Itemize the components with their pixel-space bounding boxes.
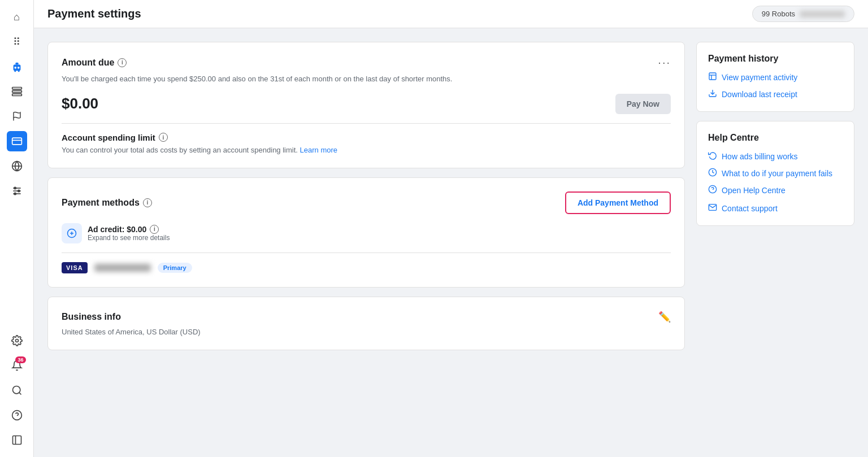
bell-icon[interactable]: 36 (7, 355, 27, 376)
svg-rect-4 (14, 70, 16, 72)
page-title: Payment settings (47, 7, 141, 20)
flag-icon[interactable] (7, 106, 27, 127)
payment-methods-header: Payment methods i Add Payment Method (62, 191, 671, 214)
account-name: 99 Robots (762, 10, 795, 18)
business-info-header: Business info ✏️ (62, 311, 671, 323)
svg-rect-10 (12, 138, 21, 145)
svg-rect-25 (12, 436, 21, 445)
contact-support-icon (708, 203, 717, 214)
svg-point-21 (12, 386, 20, 394)
ad-credit-name: Ad credit: $0.00 i (88, 225, 170, 234)
payment-fail-icon (708, 168, 717, 179)
open-help-icon (708, 185, 717, 196)
billing-icon (708, 151, 717, 162)
business-info-card: Business info ✏️ United States of Americ… (47, 297, 685, 350)
visa-row: VISA Primary (62, 262, 671, 273)
help-circle-icon[interactable] (7, 405, 27, 425)
download-receipt-link[interactable]: Download last receipt (708, 89, 843, 100)
open-help-centre-link[interactable]: Open Help Centre (708, 185, 843, 196)
sidebar: ⌂ ⠿ 36 (0, 0, 34, 457)
svg-point-2 (14, 67, 16, 69)
top-bar: Payment settings 99 Robots (34, 0, 868, 28)
svg-line-22 (19, 393, 21, 395)
home-icon[interactable]: ⌂ (7, 7, 27, 27)
ad-credit-expand-text: Expand to see more details (88, 234, 170, 242)
ad-credit-icon (62, 223, 82, 243)
amount-due-description: You'll be charged each time you spend $2… (62, 73, 671, 85)
visa-badge: VISA (62, 262, 88, 273)
payment-methods-title: Payment methods i (62, 198, 152, 208)
svg-rect-30 (709, 73, 716, 80)
primary-badge: Primary (158, 263, 192, 273)
help-centre-card: Help Centre How ads billing works What t… (696, 121, 854, 226)
globe-icon[interactable] (7, 156, 27, 176)
search-icon[interactable] (7, 380, 27, 401)
account-selector[interactable]: 99 Robots (752, 6, 854, 22)
payment-nav-icon[interactable] (7, 131, 27, 151)
sidebar-toggle-icon[interactable] (7, 430, 27, 450)
svg-point-17 (14, 187, 16, 189)
ad-credit-info-icon[interactable]: i (150, 225, 159, 234)
right-column: Payment history View payment activity Do… (696, 42, 854, 443)
download-receipt-icon (708, 89, 717, 100)
main-wrapper: Payment settings 99 Robots Amount due i … (34, 0, 868, 457)
payment-fails-link[interactable]: What to do if your payment fails (708, 168, 843, 179)
view-payment-activity-link[interactable]: View payment activity (708, 72, 843, 83)
contact-support-link[interactable]: Contact support (708, 203, 843, 214)
view-activity-icon (708, 72, 717, 83)
svg-point-18 (18, 190, 19, 191)
layers-icon[interactable] (7, 81, 27, 102)
learn-more-link[interactable]: Learn more (300, 146, 337, 154)
business-info-title: Business info (62, 312, 121, 322)
payment-methods-info-icon[interactable]: i (143, 198, 152, 207)
svg-rect-7 (12, 90, 21, 92)
ad-credit-row: Ad credit: $0.00 i Expand to see more de… (62, 223, 671, 253)
robot-icon[interactable] (7, 56, 27, 77)
ad-credit-info: Ad credit: $0.00 i Expand to see more de… (88, 225, 170, 242)
spending-limit-title: Account spending limit i (62, 133, 671, 142)
grid-icon[interactable]: ⠿ (7, 32, 27, 52)
spending-limit-description: You can control your total ads costs by … (62, 146, 671, 154)
content-area: Amount due i ··· You'll be charged each … (34, 28, 868, 457)
notification-badge: 36 (15, 356, 25, 363)
spending-info-icon[interactable]: i (159, 133, 168, 142)
add-payment-method-button[interactable]: Add Payment Method (565, 191, 671, 214)
svg-point-19 (14, 193, 16, 194)
spending-limit-section: Account spending limit i You can control… (62, 133, 671, 154)
pay-now-button[interactable]: Pay Now (615, 94, 671, 114)
amount-due-more-icon[interactable]: ··· (658, 56, 671, 69)
gear-icon[interactable] (7, 330, 27, 351)
svg-point-20 (15, 340, 18, 342)
payment-methods-card: Payment methods i Add Payment Method Ad … (47, 177, 685, 288)
how-ads-billing-works-link[interactable]: How ads billing works (708, 151, 843, 162)
amount-due-header: Amount due i ··· (62, 56, 671, 69)
svg-rect-6 (12, 88, 21, 89)
business-info-edit-icon[interactable]: ✏️ (658, 311, 671, 323)
svg-rect-1 (15, 63, 19, 65)
payment-history-card: Payment history View payment activity Do… (696, 42, 854, 112)
amount-due-info-icon[interactable]: i (118, 58, 127, 67)
help-centre-title: Help Centre (708, 133, 843, 143)
settings-list-icon[interactable] (7, 181, 27, 201)
amount-due-card: Amount due i ··· You'll be charged each … (47, 42, 685, 168)
payment-history-title: Payment history (708, 54, 843, 64)
visa-number-blur (94, 264, 151, 272)
amount-row: $0.00 Pay Now (62, 94, 671, 124)
left-column: Amount due i ··· You'll be charged each … (47, 42, 685, 443)
svg-rect-5 (18, 70, 19, 72)
business-info-description: United States of America, US Dollar (USD… (62, 328, 671, 336)
amount-value: $0.00 (62, 95, 98, 112)
svg-point-3 (17, 67, 19, 69)
svg-rect-8 (12, 94, 21, 95)
amount-due-title: Amount due i (62, 58, 127, 68)
account-id-blur (800, 11, 845, 18)
